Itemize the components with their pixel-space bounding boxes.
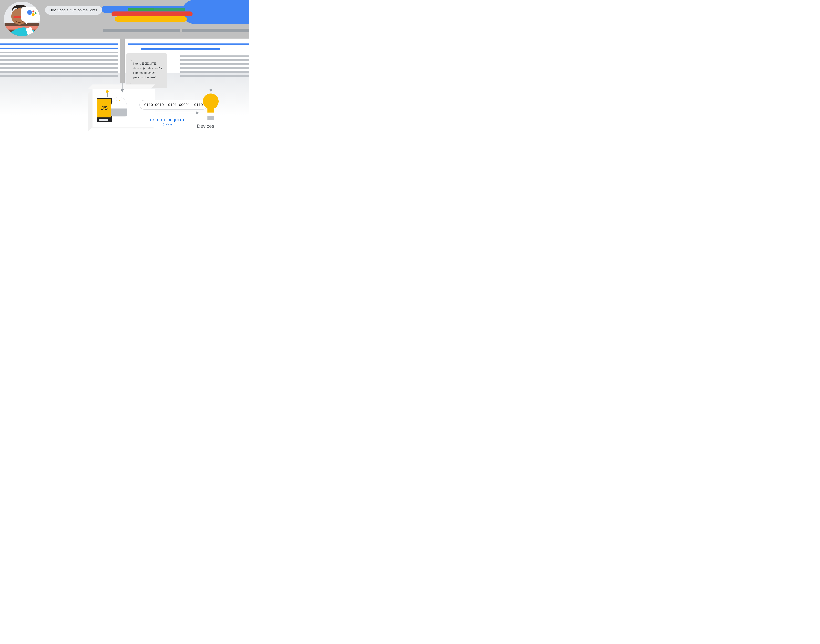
blue-cloud-shape (182, 0, 249, 24)
user-avatar (4, 2, 40, 36)
svg-point-7 (32, 13, 35, 16)
grey-bar-2 (182, 29, 249, 32)
code-line-5: } (130, 80, 132, 83)
bytes-pill: 011010010110101100001110110 (139, 100, 208, 110)
js-box: JS (97, 98, 112, 118)
bulb-icon (203, 94, 219, 109)
band-grey-r-5 (180, 67, 249, 69)
light-bulb-device (202, 94, 220, 120)
bulb-base (207, 115, 214, 120)
execute-request-sub: (bytes) (139, 123, 195, 126)
assistant-dots-icon: ●●●● (111, 100, 127, 101)
js-label: JS (97, 105, 111, 111)
code-line-1: intent: EXECUTE, (130, 62, 156, 65)
code-line-2: device: {id: deviceId1}, (130, 67, 162, 70)
band-grey-r-3 (180, 59, 249, 61)
svg-point-6 (32, 11, 34, 12)
local-sdk-device: JS (97, 98, 112, 118)
intent-code-box: { intent: EXECUTE, device: {id: deviceId… (126, 53, 167, 88)
band-grey-l-1 (0, 52, 118, 53)
green-bar-2 (154, 8, 185, 11)
grey-bar-1 (103, 29, 180, 32)
js-slot (97, 117, 112, 123)
bytes-value: 011010010110101100001110110 (144, 103, 203, 107)
band-grey-l-6 (0, 71, 118, 73)
green-bar (128, 8, 154, 11)
band-grey-r-7 (180, 75, 249, 77)
yellow-bar (115, 17, 187, 21)
code-line-0: { (130, 57, 132, 61)
band-grey-l-2 (0, 55, 118, 57)
band-blue-r-2 (141, 48, 220, 50)
speaker-base (111, 109, 127, 117)
devices-label: Devices (197, 123, 215, 129)
speech-bubble: Hey Google, turn on the lights (45, 6, 102, 15)
band-grey-l-3 (0, 59, 118, 61)
band-blue-l-2 (0, 48, 118, 49)
speech-text: Hey Google, turn on the lights (49, 8, 97, 12)
svg-point-5 (27, 10, 32, 15)
code-line-4: params: {on: true} (130, 76, 156, 79)
band-grey-r-2 (180, 55, 249, 57)
svg-point-8 (35, 12, 37, 14)
speaker-top: ●●●● (111, 97, 127, 109)
bulb-neck (207, 113, 214, 115)
google-home-speaker: ●●●● (111, 97, 127, 117)
band-blue-l-1 (0, 43, 118, 45)
band-grey-l-4 (0, 63, 118, 65)
band-grey-l-5 (0, 67, 118, 69)
red-bar (112, 11, 193, 17)
band-grey-r-6 (180, 71, 249, 73)
execute-request-label: EXECUTE REQUEST (139, 118, 195, 122)
band-grey-r-4 (180, 63, 249, 65)
band-grey-l-7 (0, 75, 118, 77)
code-line-3: command: OnOff (130, 71, 155, 75)
band-blue-r-1 (128, 43, 249, 45)
